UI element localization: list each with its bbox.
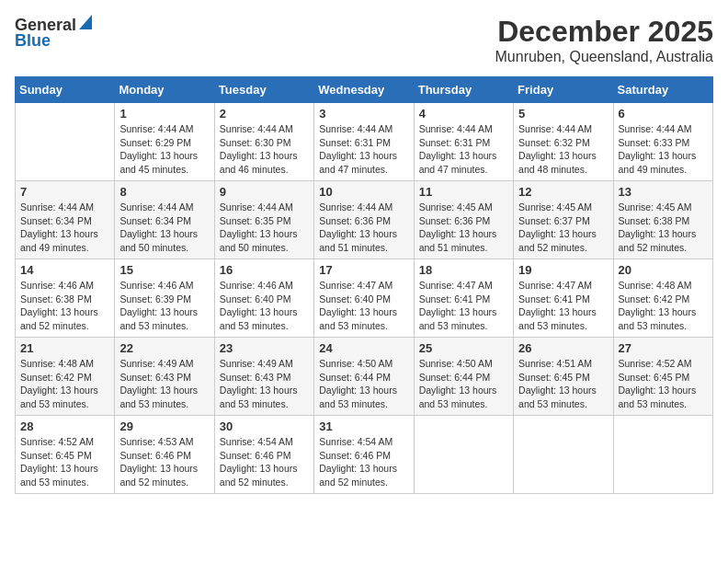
header-monday: Monday xyxy=(115,77,214,103)
header-tuesday: Tuesday xyxy=(214,77,313,103)
day-number: 10 xyxy=(319,185,408,199)
table-cell: 16Sunrise: 4:46 AMSunset: 6:40 PMDayligh… xyxy=(214,259,313,338)
day-info: Sunrise: 4:44 AMSunset: 6:31 PMDaylight:… xyxy=(319,123,397,175)
table-cell: 6Sunrise: 4:44 AMSunset: 6:33 PMDaylight… xyxy=(613,103,712,181)
table-cell: 20Sunrise: 4:48 AMSunset: 6:42 PMDayligh… xyxy=(613,259,712,338)
day-info: Sunrise: 4:50 AMSunset: 6:44 PMDaylight:… xyxy=(419,358,497,409)
day-number: 13 xyxy=(619,185,708,199)
table-cell: 15Sunrise: 4:46 AMSunset: 6:39 PMDayligh… xyxy=(115,259,214,338)
table-cell: 12Sunrise: 4:45 AMSunset: 6:37 PMDayligh… xyxy=(514,181,613,259)
day-number: 17 xyxy=(319,263,408,277)
day-number: 7 xyxy=(20,185,109,199)
day-info: Sunrise: 4:48 AMSunset: 6:42 PMDaylight:… xyxy=(20,358,98,409)
day-info: Sunrise: 4:46 AMSunset: 6:38 PMDaylight:… xyxy=(20,280,98,331)
weekday-header-row: Sunday Monday Tuesday Wednesday Thursday… xyxy=(16,77,713,103)
table-cell xyxy=(613,416,712,494)
day-number: 24 xyxy=(319,341,408,355)
day-number: 31 xyxy=(319,419,408,433)
day-info: Sunrise: 4:48 AMSunset: 6:42 PMDaylight:… xyxy=(619,280,697,331)
day-info: Sunrise: 4:52 AMSunset: 6:45 PMDaylight:… xyxy=(619,358,697,409)
day-info: Sunrise: 4:54 AMSunset: 6:46 PMDaylight:… xyxy=(319,436,397,488)
table-cell: 23Sunrise: 4:49 AMSunset: 6:43 PMDayligh… xyxy=(214,338,313,416)
header-thursday: Thursday xyxy=(414,77,513,103)
day-number: 20 xyxy=(619,263,708,277)
table-cell: 10Sunrise: 4:44 AMSunset: 6:36 PMDayligh… xyxy=(314,181,414,259)
day-info: Sunrise: 4:45 AMSunset: 6:36 PMDaylight:… xyxy=(419,201,497,253)
table-cell: 1Sunrise: 4:44 AMSunset: 6:29 PMDaylight… xyxy=(115,103,214,181)
table-cell: 13Sunrise: 4:45 AMSunset: 6:38 PMDayligh… xyxy=(613,181,712,259)
table-cell: 3Sunrise: 4:44 AMSunset: 6:31 PMDaylight… xyxy=(314,103,414,181)
table-cell: 11Sunrise: 4:45 AMSunset: 6:36 PMDayligh… xyxy=(414,181,513,259)
day-number: 4 xyxy=(419,107,508,121)
table-cell xyxy=(414,416,513,494)
day-info: Sunrise: 4:46 AMSunset: 6:40 PMDaylight:… xyxy=(220,280,298,331)
table-cell: 28Sunrise: 4:52 AMSunset: 6:45 PMDayligh… xyxy=(16,416,115,494)
table-cell: 7Sunrise: 4:44 AMSunset: 6:34 PMDaylight… xyxy=(16,181,115,259)
day-number: 15 xyxy=(119,263,209,277)
day-info: Sunrise: 4:44 AMSunset: 6:32 PMDaylight:… xyxy=(518,123,597,175)
day-number: 19 xyxy=(518,263,608,277)
table-cell xyxy=(16,103,115,181)
day-info: Sunrise: 4:47 AMSunset: 6:41 PMDaylight:… xyxy=(518,280,597,331)
day-number: 3 xyxy=(319,107,408,121)
week-row-1: 7Sunrise: 4:44 AMSunset: 6:34 PMDaylight… xyxy=(16,181,713,259)
day-number: 22 xyxy=(119,341,209,355)
svg-marker-0 xyxy=(79,15,92,29)
logo-triangle xyxy=(79,15,92,33)
day-number: 21 xyxy=(20,341,109,355)
logo-blue: Blue xyxy=(15,31,51,51)
header-sunday: Sunday xyxy=(16,77,115,103)
table-cell: 30Sunrise: 4:54 AMSunset: 6:46 PMDayligh… xyxy=(214,416,313,494)
table-cell: 5Sunrise: 4:44 AMSunset: 6:32 PMDaylight… xyxy=(514,103,613,181)
page-container: General Blue December 2025 Munruben, Que… xyxy=(15,15,713,494)
table-cell: 17Sunrise: 4:47 AMSunset: 6:40 PMDayligh… xyxy=(314,259,414,338)
table-cell: 24Sunrise: 4:50 AMSunset: 6:44 PMDayligh… xyxy=(314,338,414,416)
table-cell: 21Sunrise: 4:48 AMSunset: 6:42 PMDayligh… xyxy=(16,338,115,416)
title-section: December 2025 Munruben, Queensland, Aust… xyxy=(495,15,713,65)
day-info: Sunrise: 4:51 AMSunset: 6:45 PMDaylight:… xyxy=(518,358,597,409)
day-number: 16 xyxy=(220,263,309,277)
day-info: Sunrise: 4:50 AMSunset: 6:44 PMDaylight:… xyxy=(319,358,397,409)
day-number: 12 xyxy=(518,185,608,199)
table-cell: 9Sunrise: 4:44 AMSunset: 6:35 PMDaylight… xyxy=(214,181,313,259)
day-number: 29 xyxy=(119,419,209,433)
table-cell: 2Sunrise: 4:44 AMSunset: 6:30 PMDaylight… xyxy=(214,103,313,181)
day-info: Sunrise: 4:53 AMSunset: 6:46 PMDaylight:… xyxy=(119,436,198,488)
day-info: Sunrise: 4:45 AMSunset: 6:38 PMDaylight:… xyxy=(619,201,697,253)
location-title: Munruben, Queensland, Australia xyxy=(495,49,713,65)
day-number: 1 xyxy=(119,107,209,121)
table-cell: 26Sunrise: 4:51 AMSunset: 6:45 PMDayligh… xyxy=(514,338,613,416)
day-number: 23 xyxy=(220,341,309,355)
calendar-table: Sunday Monday Tuesday Wednesday Thursday… xyxy=(15,76,713,494)
table-cell: 19Sunrise: 4:47 AMSunset: 6:41 PMDayligh… xyxy=(514,259,613,338)
week-row-4: 28Sunrise: 4:52 AMSunset: 6:45 PMDayligh… xyxy=(16,416,713,494)
table-cell xyxy=(514,416,613,494)
day-number: 26 xyxy=(518,341,608,355)
table-cell: 22Sunrise: 4:49 AMSunset: 6:43 PMDayligh… xyxy=(115,338,214,416)
day-info: Sunrise: 4:46 AMSunset: 6:39 PMDaylight:… xyxy=(119,280,198,331)
day-info: Sunrise: 4:52 AMSunset: 6:45 PMDaylight:… xyxy=(20,436,98,488)
day-number: 5 xyxy=(518,107,608,121)
day-info: Sunrise: 4:49 AMSunset: 6:43 PMDaylight:… xyxy=(119,358,198,409)
day-number: 6 xyxy=(619,107,708,121)
table-cell: 27Sunrise: 4:52 AMSunset: 6:45 PMDayligh… xyxy=(613,338,712,416)
week-row-3: 21Sunrise: 4:48 AMSunset: 6:42 PMDayligh… xyxy=(16,338,713,416)
header-wednesday: Wednesday xyxy=(314,77,414,103)
day-info: Sunrise: 4:44 AMSunset: 6:33 PMDaylight:… xyxy=(619,123,697,175)
table-cell: 25Sunrise: 4:50 AMSunset: 6:44 PMDayligh… xyxy=(414,338,513,416)
day-info: Sunrise: 4:44 AMSunset: 6:36 PMDaylight:… xyxy=(319,201,397,253)
week-row-2: 14Sunrise: 4:46 AMSunset: 6:38 PMDayligh… xyxy=(16,259,713,338)
header: General Blue December 2025 Munruben, Que… xyxy=(15,15,713,65)
day-info: Sunrise: 4:44 AMSunset: 6:34 PMDaylight:… xyxy=(119,201,198,253)
table-cell: 8Sunrise: 4:44 AMSunset: 6:34 PMDaylight… xyxy=(115,181,214,259)
header-friday: Friday xyxy=(514,77,613,103)
table-cell: 14Sunrise: 4:46 AMSunset: 6:38 PMDayligh… xyxy=(16,259,115,338)
day-info: Sunrise: 4:47 AMSunset: 6:40 PMDaylight:… xyxy=(319,280,397,331)
day-info: Sunrise: 4:54 AMSunset: 6:46 PMDaylight:… xyxy=(220,436,298,488)
table-cell: 18Sunrise: 4:47 AMSunset: 6:41 PMDayligh… xyxy=(414,259,513,338)
month-title: December 2025 xyxy=(495,15,713,49)
day-number: 9 xyxy=(220,185,309,199)
day-info: Sunrise: 4:44 AMSunset: 6:34 PMDaylight:… xyxy=(20,201,98,253)
table-cell: 4Sunrise: 4:44 AMSunset: 6:31 PMDaylight… xyxy=(414,103,513,181)
day-number: 27 xyxy=(619,341,708,355)
